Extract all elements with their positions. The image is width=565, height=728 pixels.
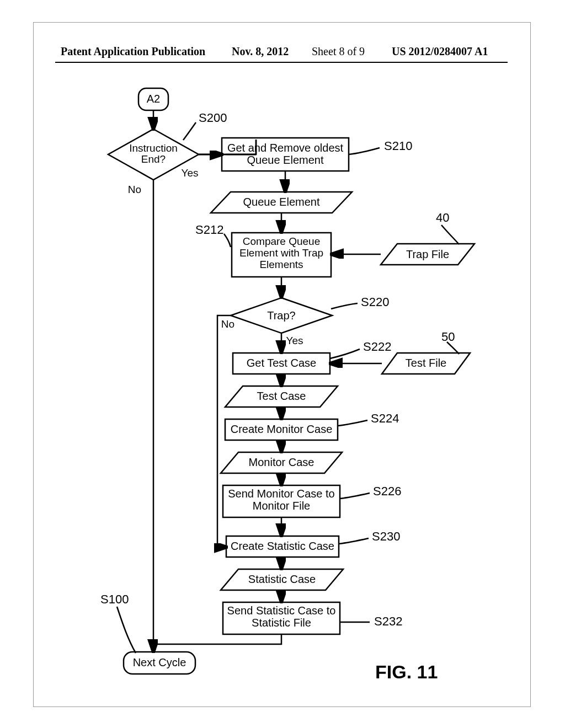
s200-yes: Yes <box>182 167 199 179</box>
s212-text-1: Compare Queue <box>243 235 320 247</box>
data-queue-element-text: Queue Element <box>243 196 320 208</box>
s222-label: S222 <box>363 340 391 354</box>
s212-text-2: Element with Trap <box>239 247 323 259</box>
s232-text-1: Send Statistic Case to <box>227 604 336 617</box>
test-file-50: 50 <box>441 330 455 344</box>
data-test-file-text: Test File <box>406 357 446 369</box>
s220-label: S220 <box>361 295 389 309</box>
data-statistic-case-text: Statistic Case <box>248 573 316 585</box>
connector-a2-label: A2 <box>147 93 160 105</box>
s226-text-1: Send Monitor Case to <box>228 488 334 500</box>
s210-text-1: Get and Remove oldest <box>227 142 344 154</box>
s220-yes: Yes <box>286 335 303 346</box>
flowchart: A2 Instruction End? S200 Yes No Get and … <box>0 0 565 728</box>
data-trap-file-text: Trap File <box>406 248 449 260</box>
s222-text: Get Test Case <box>247 357 316 369</box>
s224-label: S224 <box>371 411 399 425</box>
s230-label: S230 <box>372 529 400 543</box>
data-test-case-text: Test Case <box>257 390 306 402</box>
s226-text-2: Monitor File <box>253 500 310 512</box>
s212-label: S212 <box>195 223 223 237</box>
data-monitor-case-text: Monitor Case <box>249 456 315 468</box>
trap-file-40: 40 <box>436 211 449 224</box>
s232-label: S232 <box>374 614 402 628</box>
s232-text-2: Statistic File <box>252 617 311 629</box>
s220-no: No <box>221 318 234 330</box>
decision-s200-text-2: End? <box>141 153 166 165</box>
s200-label: S200 <box>199 111 227 125</box>
s212-text-3: Elements <box>259 259 303 270</box>
s226-label: S226 <box>373 484 401 498</box>
s220-text: Trap? <box>267 309 296 322</box>
s100-label: S100 <box>100 592 129 606</box>
decision-s200-text-1: Instruction <box>129 142 178 154</box>
s200-no: No <box>128 184 141 195</box>
figure-label: FIG. 11 <box>375 661 438 682</box>
next-cycle-text: Next Cycle <box>133 656 186 668</box>
s210-label: S210 <box>384 139 412 153</box>
s210-text-2: Queue Element <box>247 154 324 166</box>
s224-text: Create Monitor Case <box>231 423 333 435</box>
s230-text: Create Statistic Case <box>231 540 334 552</box>
